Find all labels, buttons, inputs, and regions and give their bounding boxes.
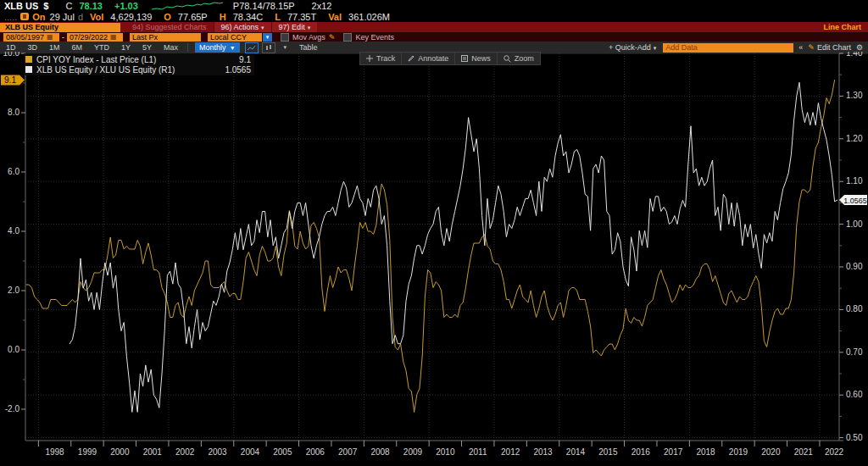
traded-value: 361.026M: [348, 12, 390, 22]
x-axis-year-label: 2020: [761, 447, 781, 457]
currency-caret-button[interactable]: ▾: [263, 33, 272, 42]
x-axis-year-label: 2012: [501, 447, 520, 457]
key-events-checkbox[interactable]: [343, 33, 352, 42]
period-buttons: 1D3D1M6MYTD1Y5YMax: [0, 43, 184, 52]
legend-item[interactable]: CPI YOY Index - Last Price (L1)9.1: [25, 54, 253, 64]
end-date-input[interactable]: 07/29/2022▦: [67, 33, 123, 42]
right-axis-tick-label: 1.40: [846, 52, 863, 58]
ellipsis-dots: .....: [4, 12, 17, 22]
currency: $: [43, 1, 48, 11]
x-axis-year-label: 2017: [664, 447, 683, 457]
currency-select[interactable]: Local CCY: [208, 33, 262, 42]
zoom-button[interactable]: Zoom: [498, 53, 540, 64]
right-axis-tick-label: 0.50: [846, 433, 863, 442]
caret-down-icon: ▼: [230, 45, 236, 51]
period-button-1y[interactable]: 1Y: [115, 43, 136, 52]
vol-label: Vol: [90, 12, 103, 22]
period-button-ytd[interactable]: YTD: [88, 43, 115, 52]
security-input[interactable]: XLB US Equity: [0, 23, 120, 32]
right-axis-tick-label: 0.60: [846, 390, 863, 399]
last-price: 78.13: [79, 1, 103, 11]
edit-menu-button[interactable]: 97) Edit▾: [271, 22, 318, 32]
x-axis-year-label: 2003: [208, 447, 227, 457]
news-button[interactable]: News: [455, 53, 498, 64]
chart-overlay-toolbar: Track Annotate News Zoom: [359, 52, 541, 65]
open-label: O: [164, 12, 171, 22]
chart-settings-row: 08/05/1997▦ - 07/29/2022▦ Last Px Local …: [0, 32, 868, 42]
left-axis-tick-label: -2.0: [5, 404, 20, 413]
legend-swatch: [25, 56, 32, 63]
period-button-5y[interactable]: 5Y: [136, 43, 158, 52]
x-axis-year-label: 2013: [533, 447, 553, 457]
track-button[interactable]: Track: [360, 53, 402, 64]
bid-ask: P78.14/78.15P: [233, 1, 295, 11]
calendar-icon: ▦: [47, 33, 53, 42]
edit-chart-button[interactable]: ✎Edit Chart: [808, 43, 851, 52]
annotate-button[interactable]: Annotate: [402, 53, 455, 64]
x-axis-year-label: 2021: [794, 447, 814, 457]
table-button[interactable]: Table: [293, 43, 324, 52]
collapse-panel-icon[interactable]: «: [798, 43, 803, 52]
high-price: 78.34C: [233, 12, 263, 22]
key-events-label: Key Events: [355, 33, 394, 42]
bell-icon[interactable]: [20, 13, 29, 20]
chart-area: 10.08.06.04.02.00.0-2.01.401.301.201.101…: [0, 52, 868, 466]
bid-ask-size: 2x12: [312, 1, 332, 11]
right-badge-text: 1.0565: [843, 197, 867, 205]
right-axis-tick-label: 0.90: [846, 262, 863, 271]
suggested-charts-button[interactable]: 94) Suggested Charts: [132, 23, 207, 31]
intraday-sparkline: [150, 1, 225, 11]
left-axis-tick-label: 10.0: [3, 52, 20, 58]
magnifier-icon: [504, 55, 511, 63]
on-label: On: [32, 12, 45, 22]
x-axis-year-label: 2010: [436, 447, 455, 457]
chart-type-caret[interactable]: ▾: [284, 44, 287, 51]
mov-avgs-checkbox[interactable]: [281, 33, 289, 42]
crosshair-icon: [366, 55, 373, 62]
legend-item[interactable]: XLB US Equity / XLU US Equity (R1)1.0565: [25, 64, 253, 75]
period-button-1m[interactable]: 1M: [43, 43, 66, 52]
x-axis-year-label: 1999: [78, 447, 97, 457]
legend-label: CPI YOY Index - Last Price (L1): [36, 55, 156, 64]
x-axis-year-label: 2009: [403, 447, 423, 457]
high-label: H: [220, 12, 226, 22]
x-axis-year-label: 2008: [370, 447, 390, 457]
quick-add-button[interactable]: + Quick-Add▾: [609, 43, 656, 52]
right-axis-tick-label: 1.30: [846, 91, 863, 100]
x-axis-year-label: 2007: [338, 447, 358, 457]
x-axis-year-label: 2011: [469, 447, 487, 457]
divider: [187, 43, 188, 52]
add-data-input[interactable]: [663, 43, 793, 53]
gear-icon[interactable]: ⚙: [856, 43, 863, 52]
price-change: +1.03: [114, 1, 138, 11]
pencil-icon[interactable]: ✎: [329, 33, 336, 42]
period-button-6m[interactable]: 6M: [66, 43, 89, 52]
pencil-icon: ✎: [808, 43, 815, 52]
period-button-3d[interactable]: 3D: [22, 43, 44, 52]
news-icon: [461, 55, 468, 62]
actions-menu-button[interactable]: 96) Actions▾: [214, 22, 271, 32]
legend-value: 9.1: [239, 55, 253, 64]
period-button-1d[interactable]: 1D: [0, 43, 22, 52]
x-axis-year-label: 2001: [143, 447, 163, 457]
right-axis-tick-label: 1.00: [846, 219, 863, 229]
x-axis-year-label: 2005: [273, 447, 292, 457]
session-date: 29 Jul: [50, 12, 75, 22]
start-date-input[interactable]: 08/05/1997▦: [3, 33, 59, 42]
x-axis-year-label: 2004: [241, 447, 260, 457]
x-axis-year-label: 2006: [306, 447, 326, 457]
low-price: 77.35T: [287, 12, 316, 22]
left-badge-text: 9.1: [4, 75, 16, 85]
field-select[interactable]: Last Px: [130, 33, 201, 42]
open-price: 77.65P: [178, 12, 208, 22]
x-axis-year-label: 1998: [45, 447, 64, 457]
x-axis-year-label: 2002: [175, 447, 195, 457]
x-axis-year-label: 2022: [825, 447, 844, 457]
left-axis-tick-label: 2.0: [8, 286, 19, 295]
chart-plot[interactable]: 10.08.06.04.02.00.0-2.01.401.301.201.101…: [0, 52, 868, 466]
period-button-max[interactable]: Max: [158, 43, 184, 52]
bloomberg-terminal-gp-chart: { "header": { "ticker": "XLB US", "curre…: [0, 0, 868, 466]
right-axis-tick-label: 1.20: [846, 134, 863, 143]
last-label: C: [65, 1, 72, 11]
xlb-xlu-ratio-line-series: [70, 82, 837, 412]
